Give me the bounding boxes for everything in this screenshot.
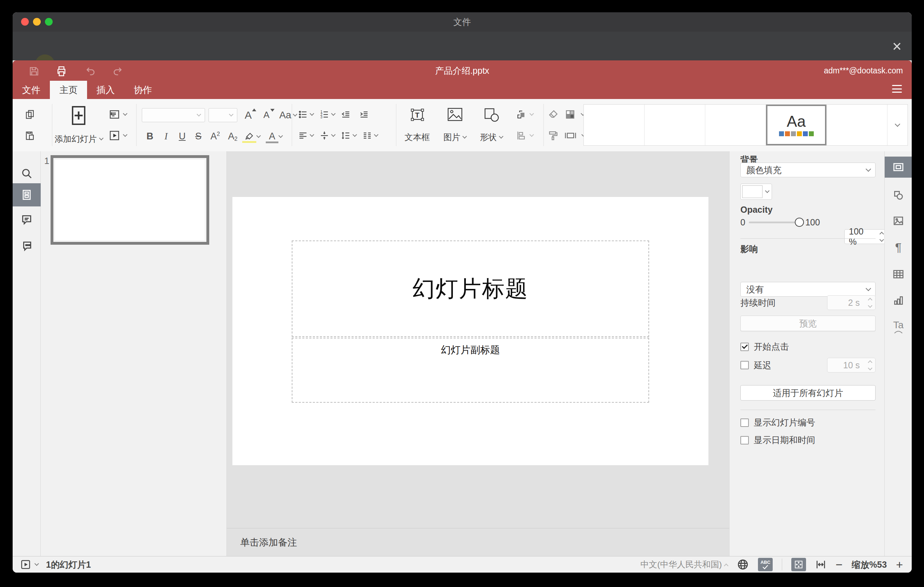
highlight-color-icon[interactable] xyxy=(241,132,257,142)
start-on-click-checkbox-row[interactable]: 开始点击 xyxy=(741,341,876,353)
apply-to-all-button[interactable]: 适用于所有幻灯片 xyxy=(741,385,876,401)
slides-panel-icon[interactable] xyxy=(13,183,41,206)
effect-select[interactable]: 没有 xyxy=(741,282,876,297)
shape-settings-icon[interactable] xyxy=(885,185,912,206)
decrease-font-icon[interactable]: A xyxy=(259,110,274,120)
color-scheme-icon[interactable] xyxy=(564,109,576,120)
align-shapes-icon[interactable] xyxy=(516,130,526,141)
tab-file[interactable]: 文件 xyxy=(13,81,50,99)
change-case-icon[interactable]: Aa xyxy=(277,110,299,121)
editing-canvas[interactable]: 幻灯片标题 幻灯片副标题 xyxy=(227,151,729,528)
clear-style-icon[interactable] xyxy=(548,109,559,120)
notes-area[interactable]: 单击添加备注 xyxy=(227,528,729,556)
step-up-icon[interactable] xyxy=(879,232,884,236)
fill-type-select[interactable]: 颜色填充 xyxy=(741,163,876,177)
slide-thumbnail[interactable] xyxy=(51,155,209,245)
title-placeholder[interactable]: 幻灯片标题 xyxy=(292,241,649,337)
paste-icon[interactable] xyxy=(25,130,35,141)
copy-icon[interactable] xyxy=(25,109,35,120)
start-on-click-checkbox[interactable] xyxy=(741,343,749,351)
close-icon[interactable] xyxy=(889,38,905,54)
fit-slide-icon[interactable] xyxy=(791,558,806,571)
theme-slot[interactable] xyxy=(645,105,705,145)
search-icon[interactable] xyxy=(13,162,41,185)
arrange-icon[interactable] xyxy=(516,109,526,120)
shape-button[interactable]: 形状 xyxy=(475,99,508,151)
show-slide-number-row[interactable]: 显示幻灯片编号 xyxy=(741,417,876,428)
copy-style-icon[interactable] xyxy=(548,130,559,141)
comments-icon[interactable] xyxy=(13,208,41,231)
italic-icon[interactable]: I xyxy=(158,131,174,142)
tab-collaboration[interactable]: 协作 xyxy=(124,81,162,99)
superscript-icon[interactable]: A2 xyxy=(206,131,224,142)
spellcheck-icon[interactable]: ABC xyxy=(758,558,773,571)
theme-color-swatch xyxy=(791,131,796,136)
image-settings-icon[interactable] xyxy=(885,210,912,231)
ribbon-tabs: 文件 主页 插入 协作 xyxy=(13,81,912,99)
bold-icon[interactable]: B xyxy=(142,131,158,142)
align-icon[interactable] xyxy=(298,130,308,141)
zoom-out-icon[interactable]: − xyxy=(835,559,843,571)
underline-icon[interactable]: U xyxy=(174,131,190,142)
macos-titlebar: 文件 xyxy=(13,12,912,31)
delay-input[interactable]: 10 s xyxy=(827,358,876,373)
paragraph-settings-icon[interactable]: ¶ xyxy=(885,237,912,258)
delay-checkbox[interactable] xyxy=(741,361,749,369)
font-name-select[interactable] xyxy=(142,108,205,122)
numbered-list-icon[interactable]: 123 xyxy=(319,109,330,120)
increase-indent-icon[interactable] xyxy=(359,109,369,120)
start-slideshow-icon[interactable] xyxy=(109,130,120,141)
language-select[interactable]: 中文(中华人民共和国) xyxy=(640,559,728,570)
show-date-time-row[interactable]: 显示日期和时间 xyxy=(741,434,876,446)
theme-color-swatch xyxy=(785,131,790,136)
duration-input[interactable]: 2 s xyxy=(827,295,876,310)
tab-home[interactable]: 主页 xyxy=(50,81,87,99)
subtitle-placeholder[interactable]: 幻灯片副标题 xyxy=(292,338,649,403)
show-date-time-checkbox[interactable] xyxy=(741,436,749,444)
step-down-icon[interactable] xyxy=(879,237,884,242)
opacity-slider-knob[interactable] xyxy=(795,218,804,227)
textbox-button[interactable]: T 文本框 xyxy=(401,99,434,151)
start-preview-icon[interactable] xyxy=(20,559,31,570)
slide-settings-panel: 背景 颜色填充 Opacity 0 100 100 % xyxy=(729,151,884,556)
delay-checkbox-row[interactable]: 延迟 xyxy=(741,359,771,371)
slide-layout-icon[interactable] xyxy=(109,109,120,120)
increase-font-icon[interactable]: A xyxy=(241,109,256,121)
decrease-indent-icon[interactable] xyxy=(340,109,351,120)
theme-gallery-expand-icon[interactable] xyxy=(888,105,908,145)
font-size-select[interactable] xyxy=(208,108,237,122)
opacity-input[interactable]: 100 % xyxy=(844,229,887,244)
menu-icon[interactable] xyxy=(892,85,902,93)
show-slide-number-checkbox[interactable] xyxy=(741,419,749,427)
tab-insert[interactable]: 插入 xyxy=(87,81,124,99)
slide-page[interactable]: 幻灯片标题 幻灯片副标题 xyxy=(233,197,708,465)
vertical-align-icon[interactable] xyxy=(319,130,330,141)
fill-color-swatch[interactable] xyxy=(741,184,772,200)
zoom-in-icon[interactable]: + xyxy=(896,559,903,571)
theme-slot[interactable] xyxy=(584,105,645,145)
theme-slot[interactable] xyxy=(827,105,888,145)
textart-settings-icon[interactable]: Ta xyxy=(885,315,912,336)
font-color-icon[interactable]: A xyxy=(265,131,279,142)
image-button[interactable]: 图片 xyxy=(438,99,472,151)
preview-button[interactable]: 预览 xyxy=(741,316,876,331)
preview-options-icon[interactable] xyxy=(35,561,39,566)
fit-width-icon[interactable] xyxy=(815,559,827,570)
opacity-slider[interactable] xyxy=(749,221,800,223)
strikethrough-icon[interactable]: S xyxy=(190,131,206,142)
bullet-list-icon[interactable] xyxy=(298,109,308,120)
theme-color-swatch xyxy=(809,131,814,136)
add-slide-button[interactable]: 添加幻灯片 xyxy=(51,99,107,151)
effect-section-label: 影响 xyxy=(741,243,876,255)
slide-size-icon[interactable] xyxy=(564,130,576,141)
chat-icon[interactable] xyxy=(13,234,41,258)
slide-settings-icon[interactable] xyxy=(885,157,912,178)
chart-settings-icon[interactable] xyxy=(885,290,912,311)
subscript-icon[interactable]: A2 xyxy=(224,131,241,142)
line-spacing-icon[interactable] xyxy=(340,130,351,141)
theme-slot[interactable] xyxy=(705,105,766,145)
table-settings-icon[interactable] xyxy=(885,264,912,285)
document-language-icon[interactable] xyxy=(737,559,749,571)
columns-icon[interactable] xyxy=(362,130,373,141)
theme-slot-selected[interactable]: Aa xyxy=(766,105,827,145)
